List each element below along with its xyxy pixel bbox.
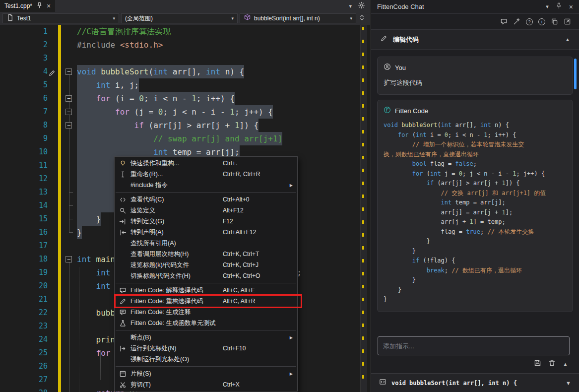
- line-number[interactable]: 9: [0, 132, 48, 145]
- menu-item[interactable]: 查找所有引用(A): [115, 238, 297, 249]
- line-number[interactable]: 11: [0, 159, 48, 172]
- line-number[interactable]: 15: [0, 212, 48, 226]
- line-number[interactable]: 23: [0, 320, 48, 333]
- line-number[interactable]: 16: [0, 226, 48, 239]
- wand-icon[interactable]: [513, 18, 520, 25]
- open-icon[interactable]: [564, 18, 571, 25]
- code-text[interactable]: }: [77, 199, 120, 212]
- panel-scrollbar[interactable]: [574, 59, 577, 89]
- code-text[interactable]: // swap arr[j] and arr[j+1]: [77, 132, 282, 145]
- line-number[interactable]: 3: [0, 52, 48, 65]
- menu-item[interactable]: 剪切(T)Ctrl+X: [115, 379, 297, 390]
- line-number[interactable]: 10: [0, 145, 48, 159]
- help-icon[interactable]: ?: [526, 18, 533, 25]
- copy-icon[interactable]: [551, 18, 558, 25]
- line-number[interactable]: 17: [0, 239, 48, 253]
- menu-item[interactable]: 强制运行到光标处(O): [115, 354, 297, 365]
- code-text[interactable]: }: [77, 212, 101, 226]
- menu-item[interactable]: Fitten Code: 解释选择代码Alt+C, Alt+E: [115, 285, 297, 296]
- save-icon[interactable]: [534, 359, 541, 369]
- menu-item[interactable]: 切换标题/代码文件(H)Ctrl+K, Ctrl+O: [115, 270, 297, 281]
- close-icon[interactable]: ×: [47, 2, 51, 9]
- collapse-input-icon[interactable]: ▲: [563, 361, 568, 367]
- code-text[interactable]: if (arr[j] > arr[j + 1]) {: [77, 119, 258, 132]
- line-number[interactable]: 19: [0, 266, 48, 279]
- code-text[interactable]: for (i = 0; i < n - 1; i++) {: [77, 92, 235, 105]
- editor-scrollbar[interactable]: [360, 25, 367, 392]
- editor-line[interactable]: 6− for (i = 0; i < n - 1; i++) {: [0, 92, 360, 105]
- collapse-section-icon[interactable]: ▲: [565, 37, 570, 42]
- code-text[interactable]: }: [77, 226, 82, 239]
- menu-item[interactable]: #include 指令▶: [115, 180, 297, 191]
- info-icon[interactable]: i: [538, 18, 545, 25]
- line-number[interactable]: 25: [0, 346, 48, 360]
- line-number[interactable]: 12: [0, 172, 48, 186]
- pin-icon[interactable]: [36, 1, 43, 10]
- menu-item[interactable]: 速览定义Alt+F12: [115, 205, 297, 216]
- symbol-dropdown[interactable]: bubbleSort(int arr[], int n) ▾: [240, 13, 356, 23]
- line-number[interactable]: 14: [0, 199, 48, 212]
- chevron-down-icon[interactable]: ▾: [546, 3, 549, 10]
- fold-collapse-icon[interactable]: −: [65, 122, 72, 129]
- line-number[interactable]: 5: [0, 78, 48, 92]
- fold-collapse-icon[interactable]: −: [65, 109, 72, 115]
- line-number[interactable]: 24: [0, 333, 48, 346]
- menu-item[interactable]: Fitten Code: 生成函数单元测试: [115, 318, 297, 328]
- fold-collapse-icon[interactable]: −: [65, 256, 72, 262]
- menu-item[interactable]: 转到定义(G)F12: [115, 216, 297, 227]
- gear-icon[interactable]: [358, 1, 365, 11]
- menu-item[interactable]: 查看代码(C)Ctrl+Alt+0: [115, 194, 297, 205]
- chevron-down-icon[interactable]: ▾: [349, 3, 352, 9]
- project-dropdown[interactable]: Test1 ▾: [2, 13, 119, 23]
- line-number[interactable]: 4: [0, 65, 48, 78]
- line-number[interactable]: 20: [0, 279, 48, 293]
- menu-item[interactable]: 速览标题(k)/代码文件Ctrl+K, Ctrl+J: [115, 260, 297, 270]
- editor-line[interactable]: 9 // swap arr[j] and arr[j+1]: [0, 132, 360, 145]
- tab-test1cpp[interactable]: Test1.cpp* ×: [0, 0, 55, 12]
- selected-code-footer[interactable]: void bubbleSort(int arr[], int n) { ▼: [371, 373, 579, 392]
- line-number[interactable]: 1: [0, 25, 48, 38]
- chat-input[interactable]: [378, 336, 570, 355]
- scope-dropdown[interactable]: (全局范围) ▾: [121, 13, 238, 23]
- menu-item[interactable]: 查看调用层次结构(H)Ctrl+K, Ctrl+T: [115, 249, 297, 260]
- edit-code-section-header[interactable]: 编辑代码 ▲: [371, 30, 579, 50]
- menu-item[interactable]: 快速操作和重构...Ctrl+.: [115, 158, 297, 169]
- line-number[interactable]: 28: [0, 387, 48, 392]
- pin-icon[interactable]: [555, 2, 563, 11]
- fold-collapse-icon[interactable]: −: [65, 68, 72, 75]
- line-number[interactable]: 7: [0, 105, 48, 119]
- editor-line[interactable]: 1//C语言冒泡排序算法实现: [0, 25, 360, 38]
- line-number[interactable]: 6: [0, 92, 48, 105]
- code-text[interactable]: void bubbleSort(int arr[], int n) {: [77, 65, 244, 78]
- line-number[interactable]: 18: [0, 253, 48, 266]
- code-text[interactable]: int i, j;: [77, 78, 139, 92]
- comment-icon[interactable]: [500, 18, 508, 25]
- code-text[interactable]: #include <stdio.h>: [77, 38, 163, 52]
- editor-line[interactable]: 5 int i, j;: [0, 78, 360, 92]
- close-icon[interactable]: ×: [569, 3, 573, 10]
- line-number[interactable]: 26: [0, 360, 48, 373]
- menu-item[interactable]: 运行到光标处(N)Ctrl+F10: [115, 343, 297, 354]
- line-number[interactable]: 22: [0, 306, 48, 320]
- menu-item[interactable]: Fitten Code: 生成注释: [115, 307, 297, 318]
- line-number[interactable]: 13: [0, 186, 48, 199]
- menu-item[interactable]: 片段(S)▶: [115, 368, 297, 379]
- editor-line[interactable]: 3: [0, 52, 360, 65]
- editor-line[interactable]: 8− if (arr[j] > arr[j + 1]) {: [0, 119, 360, 132]
- menu-item[interactable]: Fitten Code: 重构选择代码Alt+C, Alt+R: [115, 296, 297, 307]
- navigate-icon[interactable]: [358, 14, 366, 23]
- expand-footer-icon[interactable]: ▼: [566, 380, 571, 386]
- menu-item[interactable]: 转到声明(A)Ctrl+Alt+F12: [115, 227, 297, 238]
- editor-line[interactable]: 4−void bubbleSort(int arr[], int n) {: [0, 65, 360, 78]
- code-text[interactable]: //C语言冒泡排序算法实现: [77, 25, 171, 38]
- editor-line[interactable]: 2#include <stdio.h>: [0, 38, 360, 52]
- fold-collapse-icon[interactable]: −: [65, 95, 72, 102]
- menu-item[interactable]: 断点(B)▶: [115, 332, 297, 343]
- line-number[interactable]: 21: [0, 293, 48, 306]
- line-number[interactable]: 2: [0, 38, 48, 52]
- line-number[interactable]: 8: [0, 119, 48, 132]
- line-number[interactable]: 27: [0, 373, 48, 387]
- editor-line[interactable]: 7− for (j = 0; j < n - i - 1; j++) {: [0, 105, 360, 119]
- menu-item[interactable]: 重命名(R)...Ctrl+R, Ctrl+R: [115, 169, 297, 180]
- trash-icon[interactable]: [548, 359, 556, 369]
